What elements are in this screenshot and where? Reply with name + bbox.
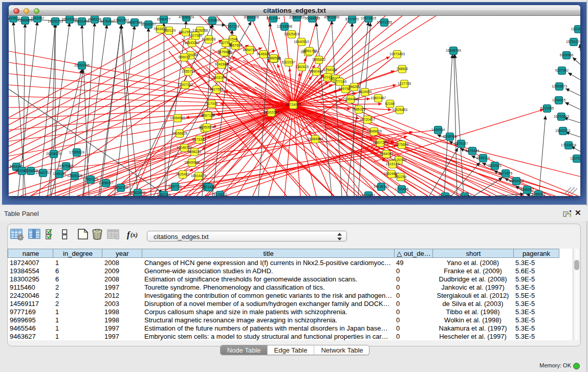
svg-text:56164955: 56164955 [304, 16, 320, 20]
svg-text:15720407: 15720407 [360, 118, 375, 121]
svg-text:9227342: 9227342 [555, 69, 569, 72]
svg-text:10671915: 10671915 [361, 16, 376, 20]
svg-text:10046788: 10046788 [177, 146, 192, 149]
svg-text:252254: 252254 [395, 175, 407, 179]
svg-text:14136141: 14136141 [374, 185, 389, 188]
svg-text:9242848: 9242848 [215, 62, 229, 66]
svg-text:9084067: 9084067 [380, 152, 394, 156]
svg-text:62160: 62160 [385, 102, 395, 105]
svg-text:1615132: 1615132 [386, 162, 400, 166]
svg-text:15909948: 15909948 [184, 161, 200, 164]
svg-text:16782759: 16782759 [113, 186, 128, 189]
svg-text:16543362: 16543362 [184, 41, 200, 45]
svg-text:16640910: 16640910 [294, 40, 309, 43]
svg-text:30975887: 30975887 [58, 164, 74, 168]
svg-text:1167534: 1167534 [570, 157, 580, 160]
svg-text:11123705: 11123705 [571, 27, 580, 31]
svg-text:17016504: 17016504 [561, 143, 576, 147]
svg-text:10688609: 10688609 [366, 129, 382, 133]
svg-text:10973493: 10973493 [389, 52, 405, 56]
svg-text:19054985: 19054985 [170, 116, 185, 120]
svg-text:1362615: 1362615 [295, 65, 309, 69]
svg-text:1145194: 1145194 [53, 172, 66, 176]
svg-text:2867608: 2867608 [229, 43, 243, 47]
svg-text:7663822: 7663822 [154, 27, 167, 31]
svg-text:9777169: 9777169 [333, 80, 347, 83]
svg-text:10807487: 10807487 [371, 96, 386, 100]
svg-text:20691406: 20691406 [74, 19, 90, 23]
svg-text:9745032: 9745032 [532, 192, 546, 196]
svg-text:13325419: 13325419 [284, 32, 299, 36]
svg-text:21364436: 21364436 [343, 97, 358, 101]
svg-text:8707870: 8707870 [345, 17, 359, 21]
svg-text:1733426: 1733426 [395, 187, 409, 191]
svg-text:8471676: 8471676 [499, 171, 513, 175]
svg-text:9146821: 9146821 [257, 52, 271, 56]
svg-text:8123451: 8123451 [362, 193, 376, 196]
svg-text:18807249: 18807249 [373, 141, 388, 144]
svg-text:71546: 71546 [228, 37, 238, 41]
svg-text:6879197: 6879197 [454, 142, 468, 145]
svg-text:7134529: 7134529 [439, 194, 452, 196]
svg-text:15302033: 15302033 [264, 111, 279, 114]
svg-text:2588520: 2588520 [267, 56, 281, 60]
svg-text:19166825: 19166825 [172, 132, 187, 135]
svg-text:11007132: 11007132 [178, 83, 193, 86]
svg-text:7986322: 7986322 [352, 107, 366, 111]
svg-text:10025453: 10025453 [392, 108, 407, 112]
svg-text:17359924: 17359924 [69, 150, 84, 154]
svg-text:8873342: 8873342 [192, 138, 206, 141]
svg-text:26206576: 26206576 [46, 152, 61, 156]
svg-text:17957275: 17957275 [83, 178, 98, 181]
svg-text:22981052: 22981052 [289, 16, 304, 19]
svg-text:(x): (x) [130, 231, 138, 238]
svg-text:14055713: 14055713 [48, 19, 63, 23]
svg-text:7625402: 7625402 [176, 172, 190, 176]
svg-text:6794028: 6794028 [323, 68, 337, 72]
svg-text:4668136: 4668136 [88, 17, 102, 21]
svg-text:3675685: 3675685 [217, 50, 231, 54]
svg-text:12093873: 12093873 [552, 84, 567, 88]
svg-text:3624554: 3624554 [358, 90, 372, 94]
svg-text:7955812: 7955812 [312, 58, 326, 61]
svg-text:1440954: 1440954 [431, 128, 445, 132]
svg-text:8536477: 8536477 [157, 17, 171, 21]
svg-text:8454749: 8454749 [243, 48, 257, 52]
svg-text:8938928: 8938928 [443, 135, 457, 138]
svg-text:7357224: 7357224 [226, 25, 239, 28]
svg-text:26053346: 26053346 [74, 63, 90, 67]
svg-text:10958117: 10958117 [98, 181, 114, 185]
svg-text:989013: 989013 [179, 55, 190, 59]
svg-text:8813054: 8813054 [267, 16, 280, 20]
svg-text:16961758: 16961758 [302, 49, 317, 53]
svg-text:9478454: 9478454 [100, 19, 114, 23]
svg-text:9327500: 9327500 [189, 34, 203, 37]
svg-text:1244415: 1244415 [552, 98, 566, 102]
svg-text:1571644: 1571644 [202, 185, 216, 189]
svg-text:9474444: 9474444 [466, 149, 480, 152]
svg-text:12353594: 12353594 [199, 125, 214, 129]
svg-text:16033809: 16033809 [205, 18, 220, 22]
svg-text:8215955: 8215955 [540, 106, 554, 110]
svg-text:2803144: 2803144 [212, 76, 226, 79]
svg-text:1227705: 1227705 [398, 82, 411, 85]
svg-text:18724007: 18724007 [286, 103, 301, 106]
svg-text:16914479: 16914479 [191, 174, 206, 178]
svg-text:36687537: 36687537 [127, 20, 142, 24]
svg-text:15751074: 15751074 [566, 40, 580, 43]
svg-text:2935114: 2935114 [476, 156, 490, 160]
svg-text:9174532: 9174532 [213, 193, 227, 196]
svg-text:9457721: 9457721 [168, 185, 182, 188]
svg-text:30868105: 30868105 [244, 16, 259, 19]
svg-text:66306997: 66306997 [141, 23, 156, 26]
svg-text:746266: 746266 [349, 85, 360, 89]
svg-text:9245652: 9245652 [520, 188, 534, 191]
svg-text:5498222: 5498222 [188, 150, 202, 154]
svg-text:1055713: 1055713 [182, 70, 195, 73]
svg-text:8186328: 8186328 [202, 37, 216, 41]
svg-text:45503389: 45503389 [324, 16, 339, 19]
svg-text:1892344: 1892344 [157, 193, 171, 196]
svg-text:6322037: 6322037 [282, 60, 296, 64]
svg-text:6214357: 6214357 [458, 194, 472, 196]
svg-text:917006: 917006 [206, 102, 218, 105]
